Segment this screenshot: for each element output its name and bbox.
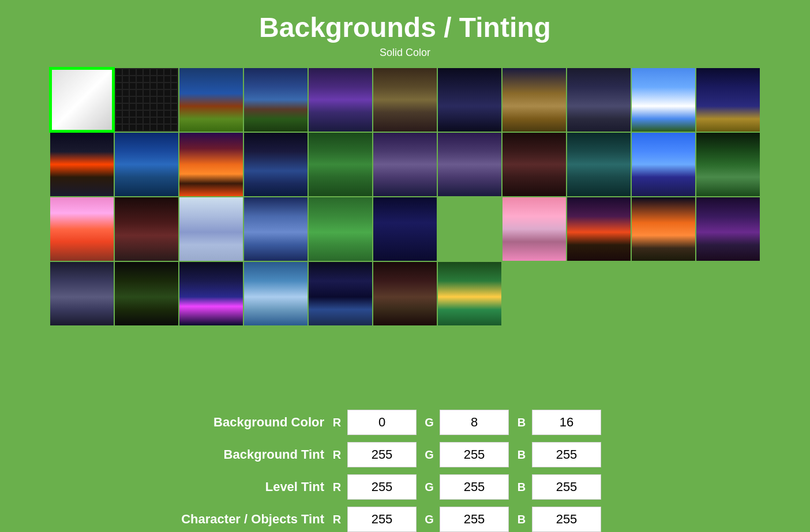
bg-cell-33[interactable] xyxy=(50,262,114,325)
bg-cell-21[interactable] xyxy=(696,133,760,196)
objects-tint-r-group: R xyxy=(331,507,417,532)
objects-tint-r-input[interactable] xyxy=(347,507,417,532)
bg-cell-16[interactable] xyxy=(373,133,437,196)
bg-cell-23[interactable] xyxy=(115,197,178,261)
background-grid xyxy=(50,68,760,390)
bg-color-b-group: B xyxy=(516,410,601,435)
r-label-4: R xyxy=(331,513,343,526)
r-label-3: R xyxy=(331,481,343,494)
bg-cell-5[interactable] xyxy=(373,68,437,132)
bg-cell-44 xyxy=(50,327,114,390)
b-label-3: B xyxy=(516,481,527,494)
bg-cell-15[interactable] xyxy=(309,133,372,196)
level-tint-b-group: B xyxy=(516,474,601,500)
bg-cell-0[interactable] xyxy=(50,68,114,132)
bg-color-g-group: G xyxy=(423,410,509,435)
bg-cell-10[interactable] xyxy=(696,68,760,132)
level-tint-b-input[interactable] xyxy=(532,474,601,500)
bg-cell-38[interactable] xyxy=(373,262,437,325)
bg-cell-24[interactable] xyxy=(179,197,243,261)
bg-tint-row: Background Tint R G B xyxy=(128,442,682,467)
bg-cell-3[interactable] xyxy=(244,68,308,132)
bg-cell-22[interactable] xyxy=(50,197,114,261)
bg-cell-8[interactable] xyxy=(567,68,631,132)
r-label-1: R xyxy=(331,416,343,429)
bg-color-r-group: R xyxy=(331,410,417,435)
bg-cell-11[interactable] xyxy=(50,133,114,196)
bg-cell-28 xyxy=(438,197,501,261)
bg-cell-26[interactable] xyxy=(309,197,372,261)
bg-cell-43 xyxy=(696,262,760,325)
b-label-4: B xyxy=(516,513,527,526)
objects-tint-g-input[interactable] xyxy=(440,507,509,532)
g-label-1: G xyxy=(423,416,435,429)
bg-cell-13[interactable] xyxy=(179,133,243,196)
b-label-2: B xyxy=(516,448,527,462)
objects-tint-g-group: G xyxy=(423,507,509,532)
bg-cell-2[interactable] xyxy=(179,68,243,132)
bg-cell-7[interactable] xyxy=(502,68,566,132)
objects-tint-label: Character / Objects Tint xyxy=(128,512,324,527)
objects-tint-b-group: B xyxy=(516,507,601,532)
bg-tint-label: Background Tint xyxy=(128,447,324,462)
bg-color-label: Background Color xyxy=(128,415,324,430)
level-tint-row: Level Tint R G B xyxy=(128,474,682,500)
bg-cell-25[interactable] xyxy=(244,197,308,261)
bg-cell-9[interactable] xyxy=(632,68,695,132)
bg-tint-b-group: B xyxy=(516,442,601,467)
bg-cell-17[interactable] xyxy=(438,133,501,196)
bg-tint-b-input[interactable] xyxy=(532,442,601,467)
bg-cell-19[interactable] xyxy=(567,133,631,196)
bg-cell-35[interactable] xyxy=(179,262,243,325)
g-label-4: G xyxy=(423,513,435,526)
level-tint-r-input[interactable] xyxy=(347,474,417,500)
level-tint-g-group: G xyxy=(423,474,509,500)
bg-cell-1[interactable] xyxy=(115,68,178,132)
bg-color-row: Background Color R G B xyxy=(128,410,682,435)
level-tint-label: Level Tint xyxy=(128,479,324,494)
bg-tint-r-input[interactable] xyxy=(347,442,417,467)
bg-color-r-input[interactable] xyxy=(347,410,417,435)
bg-cell-27[interactable] xyxy=(373,197,437,261)
bg-cell-30[interactable] xyxy=(567,197,631,261)
g-label-2: G xyxy=(423,448,435,462)
objects-tint-row: Character / Objects Tint R G B xyxy=(128,507,682,532)
bg-cell-40 xyxy=(502,262,566,325)
subtitle: Solid Color xyxy=(380,47,430,59)
bg-cell-29[interactable] xyxy=(502,197,566,261)
bg-cell-42 xyxy=(632,262,695,325)
bg-cell-37[interactable] xyxy=(309,262,372,325)
bg-cell-39[interactable] xyxy=(438,262,501,325)
bg-tint-g-group: G xyxy=(423,442,509,467)
bg-cell-34[interactable] xyxy=(115,262,178,325)
bg-cell-32[interactable] xyxy=(696,197,760,261)
bg-color-b-input[interactable] xyxy=(532,410,601,435)
bg-cell-12[interactable] xyxy=(115,133,178,196)
bg-cell-6[interactable] xyxy=(438,68,501,132)
level-tint-r-group: R xyxy=(331,474,417,500)
bg-tint-g-input[interactable] xyxy=(440,442,509,467)
page-title: Backgrounds / Tinting xyxy=(259,12,551,43)
g-label-3: G xyxy=(423,481,435,494)
bg-color-g-input[interactable] xyxy=(440,410,509,435)
r-label-2: R xyxy=(331,448,343,462)
bg-cell-31[interactable] xyxy=(632,197,695,261)
b-label-1: B xyxy=(516,416,527,429)
bg-cell-4[interactable] xyxy=(309,68,372,132)
bg-tint-r-group: R xyxy=(331,442,417,467)
bg-cell-41 xyxy=(567,262,631,325)
level-tint-g-input[interactable] xyxy=(440,474,509,500)
bg-cell-18[interactable] xyxy=(502,133,566,196)
objects-tint-b-input[interactable] xyxy=(532,507,601,532)
bg-cell-20[interactable] xyxy=(632,133,695,196)
bg-cell-14[interactable] xyxy=(244,133,308,196)
color-controls: Background Color R G B Background Tint R… xyxy=(128,410,682,532)
bg-cell-36[interactable] xyxy=(244,262,308,325)
